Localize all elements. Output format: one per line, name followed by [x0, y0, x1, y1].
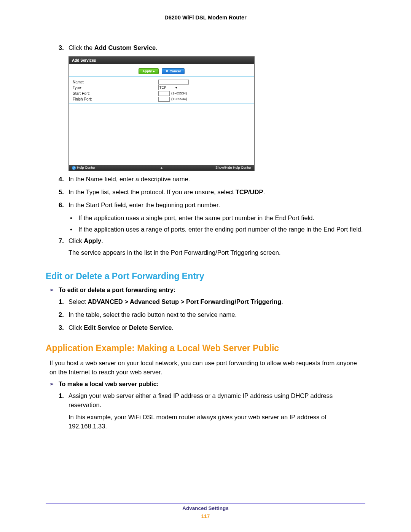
step-4: 4. In the Name field, enter a descriptiv…: [59, 175, 365, 184]
step-num: 1.: [59, 297, 68, 307]
step-num: 7.: [59, 236, 68, 261]
step-text: Assign your web server either a fixed IP…: [68, 391, 365, 410]
step-num: 6.: [59, 201, 68, 210]
step-text: In the Start Port field, enter the begin…: [68, 201, 365, 210]
step-num: 3.: [59, 323, 68, 332]
apply-button[interactable]: Apply ▸: [139, 68, 159, 74]
name-input[interactable]: [158, 80, 189, 85]
step-suffix: .: [172, 324, 174, 331]
doc-title: D6200 WiFi DSL Modem Router: [46, 14, 365, 21]
step-text: In the table, select the radio button ne…: [68, 310, 365, 320]
step-bold-2: Delete Service: [129, 324, 172, 331]
step-bold: Add Custom Service: [94, 44, 156, 51]
step-num: 5.: [59, 188, 68, 197]
expand-arrow-icon[interactable]: ▲: [160, 166, 164, 170]
step-text: Click: [68, 324, 84, 331]
edit-step-2: 2. In the table, select the radio button…: [59, 310, 365, 320]
step-bold: Edit Service: [84, 324, 119, 331]
step-after: In this example, your WiFi DSL modem rou…: [68, 413, 365, 431]
app-step-1: 1. Assign your web server either a fixed…: [59, 391, 365, 434]
step-after: The service appears in the list in the P…: [68, 248, 365, 257]
procedure-heading: ➢ To edit or delete a port forwarding en…: [49, 287, 365, 294]
bullet-icon: •: [70, 225, 78, 234]
step-num: 1.: [59, 391, 68, 434]
start-port-input[interactable]: [158, 91, 170, 96]
procedure-title: To edit or delete a port forwarding entr…: [59, 287, 175, 294]
step-num: 2.: [59, 310, 68, 320]
step-text: Click the: [68, 44, 94, 51]
bullet-2: • If the application uses a range of por…: [70, 225, 365, 234]
type-select[interactable]: TCP ▾: [158, 85, 178, 90]
chevron-down-icon: ▾: [175, 86, 177, 89]
edit-step-1: 1. Select ADVANCED > Advanced Setup > Po…: [59, 297, 365, 307]
step-num: 4.: [59, 175, 68, 184]
step-3: 3. Click the Add Custom Service.: [59, 43, 365, 53]
step-text: In the Type list, select the protocol. I…: [68, 189, 236, 195]
step-text: In the Name field, enter a descriptive n…: [68, 175, 365, 184]
port-range-hint: (1~65534): [171, 91, 187, 95]
footer-divider: [46, 503, 365, 504]
finish-port-label: Finish Port:: [73, 97, 158, 101]
start-port-label: Start Port:: [73, 91, 158, 96]
type-value: TCP: [159, 86, 166, 89]
step-bold: Apply: [84, 237, 101, 244]
step-7: 7. Click Apply. The service appears in t…: [59, 236, 365, 261]
bullet-text: If the application uses a single port, e…: [78, 214, 314, 223]
bullet-text: If the application uses a range of ports…: [78, 225, 363, 234]
heading-edit-delete: Edit or Delete a Port Forwarding Entry: [46, 271, 365, 281]
page-number: 117: [0, 513, 411, 519]
finish-port-input[interactable]: [158, 97, 170, 102]
paragraph: If you host a web server on your local n…: [49, 359, 365, 377]
type-label: Type:: [73, 86, 158, 90]
procedure-heading: ➢ To make a local web server public:: [49, 381, 365, 388]
cancel-button[interactable]: ✕ Cancel: [162, 68, 185, 74]
procedure-title: To make a local web server public:: [59, 381, 159, 388]
bullet-1: • If the application uses a single port,…: [70, 214, 365, 223]
step-6: 6. In the Start Port field, enter the be…: [59, 201, 365, 210]
step-text: Click: [68, 237, 84, 244]
bullet-icon: •: [70, 214, 78, 223]
step-text: Select: [68, 298, 88, 305]
step-suffix: .: [101, 237, 103, 244]
port-range-hint-2: (1~65534): [171, 97, 187, 101]
triangle-right-icon: ➢: [49, 381, 59, 388]
step-mid: or: [120, 324, 129, 331]
step-5: 5. In the Type list, select the protocol…: [59, 188, 365, 197]
help-center-link[interactable]: ?Help Center: [72, 166, 95, 170]
step-suffix: .: [281, 298, 283, 305]
name-label: Name:: [73, 80, 158, 84]
step-num: 3.: [59, 43, 68, 53]
embedded-screenshot: Add Services Apply ▸ ✕ Cancel Name: Type…: [68, 56, 365, 171]
step-suffix: .: [263, 189, 265, 195]
heading-app-example: Application Example: Making a Local Web …: [46, 343, 365, 353]
dialog-title: Add Services: [69, 57, 254, 64]
show-hide-help-link[interactable]: Show/Hide Help Center: [215, 166, 251, 169]
question-icon: ?: [72, 166, 76, 170]
edit-step-3: 3. Click Edit Service or Delete Service.: [59, 323, 365, 332]
footer-section: Advanced Settings: [0, 505, 411, 511]
triangle-right-icon: ➢: [49, 287, 59, 294]
step-bold: ADVANCED > Advanced Setup > Port Forward…: [88, 298, 281, 305]
step-suffix: .: [156, 44, 158, 51]
step-bold: TCP/UDP: [236, 189, 263, 195]
